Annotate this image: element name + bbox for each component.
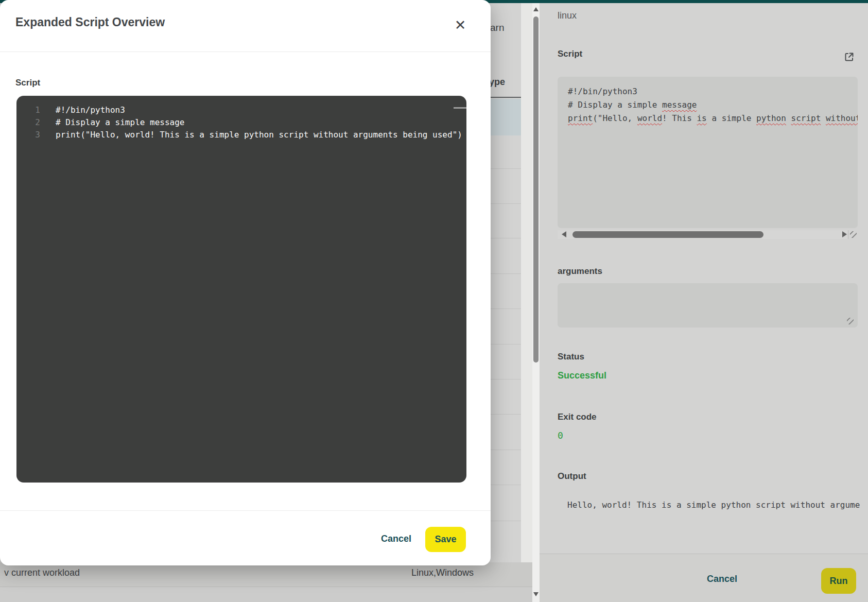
status-value: Successful bbox=[558, 370, 606, 381]
table-cell-workload: v current workload bbox=[4, 567, 80, 578]
panel-script-label: Script bbox=[558, 49, 582, 59]
script-detail-panel: linux Script #!/bin/python3 # Display a … bbox=[540, 3, 868, 602]
panel-script-textarea[interactable]: #!/bin/python3 # Display a simple messag… bbox=[558, 77, 858, 228]
external-link-icon[interactable] bbox=[844, 52, 854, 62]
code-text: print("Hello, world! This is a simple py… bbox=[40, 129, 462, 141]
arguments-textarea[interactable] bbox=[558, 283, 858, 328]
scrollbar-corner-divider bbox=[848, 230, 848, 239]
os-value: linux bbox=[558, 10, 577, 21]
modal-footer-divider bbox=[0, 510, 491, 511]
script-code-editor[interactable]: 1#!/bin/python32# Display a simple messa… bbox=[16, 96, 466, 483]
run-button[interactable]: Run bbox=[821, 568, 856, 594]
code-line: 3print("Hello, world! This is a simple p… bbox=[16, 129, 466, 141]
scroll-left-arrow-icon[interactable] bbox=[562, 231, 566, 237]
table-column-header-type: ype bbox=[489, 77, 505, 88]
close-icon[interactable]: ✕ bbox=[452, 17, 468, 33]
script-horizontal-scrollbar[interactable] bbox=[558, 230, 849, 239]
page-vertical-scrollbar[interactable] bbox=[532, 3, 540, 602]
line-number: 1 bbox=[16, 104, 40, 116]
scroll-up-arrow-icon[interactable] bbox=[533, 7, 539, 11]
code-line: 2# Display a simple message bbox=[16, 116, 466, 129]
line-number: 2 bbox=[16, 116, 40, 129]
output-label: Output bbox=[558, 471, 586, 481]
scroll-down-arrow-icon[interactable] bbox=[533, 592, 539, 596]
partial-learn-link[interactable]: arn bbox=[490, 22, 504, 33]
modal-header-divider bbox=[0, 51, 491, 52]
status-label: Status bbox=[558, 352, 584, 362]
panel-cancel-button[interactable]: Cancel bbox=[707, 574, 737, 584]
table-cell-os-types: Linux,Windows bbox=[411, 567, 474, 578]
modal-title: Expanded Script Overview bbox=[15, 15, 165, 29]
output-text: Hello, world! This is a simple python sc… bbox=[567, 500, 860, 510]
save-button[interactable]: Save bbox=[425, 527, 466, 552]
code-text: # Display a simple message bbox=[40, 116, 184, 129]
background-next-row bbox=[0, 587, 532, 602]
exit-code-label: Exit code bbox=[558, 412, 597, 422]
editor-scrollbar-thumb[interactable] bbox=[454, 107, 466, 109]
code-text: #!/bin/python3 bbox=[40, 104, 125, 116]
line-number: 3 bbox=[16, 129, 40, 141]
horizontal-scrollbar-thumb[interactable] bbox=[572, 231, 763, 238]
table-edge-gap bbox=[521, 3, 532, 602]
vertical-scrollbar-thumb[interactable] bbox=[533, 16, 539, 363]
panel-footer: Cancel Run bbox=[540, 554, 868, 602]
arguments-label: arguments bbox=[558, 266, 602, 277]
code-line: 1#!/bin/python3 bbox=[16, 104, 466, 116]
modal-script-label: Script bbox=[15, 78, 40, 88]
modal-cancel-button[interactable]: Cancel bbox=[381, 534, 411, 544]
exit-code-value: 0 bbox=[558, 430, 563, 441]
screen: arn ype v current workload Linux,Windows… bbox=[0, 0, 868, 602]
expanded-script-overview-modal: Expanded Script Overview ✕ Script 1#!/bi… bbox=[0, 0, 491, 565]
resize-grip-icon[interactable] bbox=[847, 318, 854, 324]
resize-grip-icon[interactable] bbox=[850, 231, 857, 238]
scroll-right-arrow-icon[interactable] bbox=[842, 231, 847, 237]
